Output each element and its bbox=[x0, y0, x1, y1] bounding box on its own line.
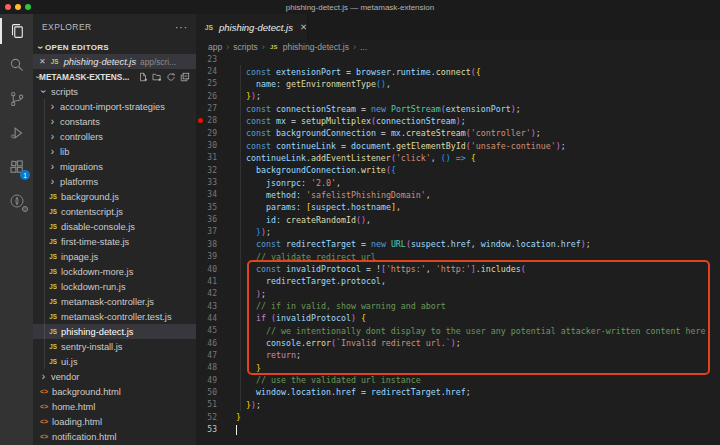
breadcrumb-item[interactable]: ... bbox=[360, 42, 367, 52]
title-bar: phishing-detect.js — metamask-extension bbox=[0, 0, 720, 14]
code-line-35[interactable]: 35 params: [suspect.hostname], bbox=[196, 201, 720, 213]
tree-item-account-import-strategies[interactable]: ›account-import-strategies bbox=[33, 99, 196, 114]
tree-item-home-html[interactable]: <>home.html bbox=[33, 399, 196, 414]
code-line-46[interactable]: 46 console.error(`Invalid redirect url.`… bbox=[196, 337, 720, 349]
search-icon[interactable] bbox=[0, 48, 33, 82]
tree-item-notification-html[interactable]: <>notification.html bbox=[33, 429, 196, 444]
tree-item-lockdown-more-js[interactable]: JSlockdown-more.js bbox=[33, 264, 196, 279]
code-line-42[interactable]: 42 ); bbox=[196, 288, 720, 300]
code-line-49[interactable]: 49 // use the validated url instance bbox=[196, 374, 720, 386]
chevron-right-icon: › bbox=[48, 176, 57, 187]
run-debug-icon[interactable] bbox=[0, 116, 33, 150]
code-line-28[interactable]: 28 const mx = setupMultiplex(connectionS… bbox=[196, 115, 720, 127]
refresh-icon[interactable] bbox=[166, 72, 176, 82]
code-line-44[interactable]: 44 if (invalidProtocol) { bbox=[196, 312, 720, 324]
code-line-37[interactable]: 37 }); bbox=[196, 226, 720, 238]
open-editors-section[interactable]: › OPEN EDITORS bbox=[33, 40, 196, 54]
code-text: const invalidProtocol = !['https:', 'htt… bbox=[217, 264, 526, 274]
tree-item-scripts[interactable]: ›scripts bbox=[33, 84, 196, 99]
line-number: 52 bbox=[204, 413, 217, 422]
code-text bbox=[217, 424, 237, 435]
code-line-26[interactable]: 26 }); bbox=[196, 90, 720, 102]
explorer-icon[interactable] bbox=[0, 14, 33, 48]
tree-item-contentscript-js[interactable]: JScontentscript.js bbox=[33, 204, 196, 219]
code-line-31[interactable]: 31 continueLink.addEventListener('click'… bbox=[196, 152, 720, 164]
code-line-48[interactable]: 48 } bbox=[196, 362, 720, 374]
code-line-30[interactable]: 30 const continueLink = document.getElem… bbox=[196, 139, 720, 151]
breadcrumb-item[interactable]: phishing-detect.js bbox=[283, 42, 349, 52]
code-line-25[interactable]: 25 name: getEnvironmentType(), bbox=[196, 78, 720, 90]
new-file-icon[interactable] bbox=[138, 72, 148, 82]
code-line-24[interactable]: 24 const extensionPort = browser.runtime… bbox=[196, 65, 720, 77]
line-number: 44 bbox=[204, 314, 217, 323]
breadcrumb-item[interactable]: scripts bbox=[233, 42, 258, 52]
code-line-39[interactable]: 39 // validate redirect url bbox=[196, 251, 720, 263]
line-number: 43 bbox=[204, 302, 217, 311]
js-file-icon: JS bbox=[48, 283, 58, 290]
tree-item-metamask-controller-js[interactable]: JSmetamask-controller.js bbox=[33, 294, 196, 309]
code-line-27[interactable]: 27 const connectionStream = new PortStre… bbox=[196, 102, 720, 114]
close-tab-icon[interactable]: ✕ bbox=[300, 22, 307, 32]
tree-item-inpage-js[interactable]: JSinpage.js bbox=[33, 249, 196, 264]
tree-item-label: metamask-controller.test.js bbox=[61, 312, 172, 322]
code-line-52[interactable]: 52} bbox=[196, 411, 720, 423]
breadcrumb-item[interactable]: app bbox=[208, 42, 222, 52]
extensions-badge: 1 bbox=[20, 170, 30, 180]
tree-item-metamask-controller-test-js[interactable]: JSmetamask-controller.test.js bbox=[33, 309, 196, 324]
code-line-50[interactable]: 50 window.location.href = redirectTarget… bbox=[196, 386, 720, 398]
breadcrumb: app›scripts›JSphishing-detect.js›... bbox=[196, 40, 720, 53]
code-line-36[interactable]: 36 id: createRandomId(), bbox=[196, 213, 720, 225]
code-line-51[interactable]: 51 }); bbox=[196, 399, 720, 411]
code-editor[interactable]: 2324 const extensionPort = browser.runti… bbox=[196, 53, 720, 445]
source-control-icon[interactable] bbox=[0, 82, 33, 116]
code-line-41[interactable]: 41 redirectTarget.protocol, bbox=[196, 275, 720, 287]
line-number: 38 bbox=[204, 240, 217, 249]
tree-item-vendor[interactable]: ›vendor bbox=[33, 369, 196, 384]
close-icon[interactable]: ✕ bbox=[39, 57, 46, 66]
workspace-section[interactable]: › METAMASK-EXTENS... bbox=[33, 69, 196, 84]
line-number: 29 bbox=[204, 129, 217, 138]
js-file-icon: JS bbox=[48, 358, 58, 365]
tree-item-disable-console-js[interactable]: JSdisable-console.js bbox=[33, 219, 196, 234]
js-file-icon: JS bbox=[48, 343, 58, 350]
breakpoint-icon[interactable] bbox=[196, 118, 204, 123]
chevron-right-icon: › bbox=[48, 161, 57, 172]
tree-item-background-html[interactable]: <>background.html bbox=[33, 384, 196, 399]
open-editor-item[interactable]: ✕ JS phishing-detect.js app/scri... bbox=[33, 54, 196, 69]
tree-item-phishing-detect-js[interactable]: JSphishing-detect.js bbox=[33, 324, 196, 339]
code-line-38[interactable]: 38 const redirectTarget = new URL(suspec… bbox=[196, 238, 720, 250]
extension-circle-icon[interactable] bbox=[0, 184, 33, 218]
code-line-33[interactable]: 33 jsonrpc: '2.0', bbox=[196, 176, 720, 188]
tree-item-label: notification.html bbox=[52, 432, 117, 442]
line-number: 39 bbox=[204, 252, 217, 261]
html-file-icon: <> bbox=[39, 418, 49, 425]
tree-item-loading-html[interactable]: <>loading.html bbox=[33, 414, 196, 429]
code-line-47[interactable]: 47 return; bbox=[196, 349, 720, 361]
new-folder-icon[interactable] bbox=[152, 72, 162, 82]
tree-item-sentry-install-js[interactable]: JSsentry-install.js bbox=[33, 339, 196, 354]
collapse-all-icon[interactable] bbox=[180, 72, 190, 82]
tree-item-migrations[interactable]: ›migrations bbox=[33, 159, 196, 174]
code-line-34[interactable]: 34 method: 'safelistPhishingDomain', bbox=[196, 189, 720, 201]
code-line-45[interactable]: 45 // we intentionally dont display to t… bbox=[196, 325, 720, 337]
tree-item-controllers[interactable]: ›controllers bbox=[33, 129, 196, 144]
line-number: 26 bbox=[204, 92, 217, 101]
tree-item-lib[interactable]: ›lib bbox=[33, 144, 196, 159]
explorer-more-actions-icon[interactable]: ··· bbox=[175, 22, 188, 33]
code-line-43[interactable]: 43 // if in valid, show warning and abor… bbox=[196, 300, 720, 312]
tree-item-platforms[interactable]: ›platforms bbox=[33, 174, 196, 189]
tree-item-constants[interactable]: ›constants bbox=[33, 114, 196, 129]
tree-item-first-time-state-js[interactable]: JSfirst-time-state.js bbox=[33, 234, 196, 249]
code-line-32[interactable]: 32 backgroundConnection.write({ bbox=[196, 164, 720, 176]
code-line-29[interactable]: 29 const backgroundConnection = mx.creat… bbox=[196, 127, 720, 139]
code-line-40[interactable]: 40 const invalidProtocol = !['https:', '… bbox=[196, 263, 720, 275]
code-line-53[interactable]: 53 bbox=[196, 423, 720, 435]
code-line-23[interactable]: 23 bbox=[196, 53, 720, 65]
tree-item-background-js[interactable]: JSbackground.js bbox=[33, 189, 196, 204]
extensions-icon[interactable]: 1 bbox=[0, 150, 33, 184]
tree-item-lockdown-run-js[interactable]: JSlockdown-run.js bbox=[33, 279, 196, 294]
tree-item-label: lockdown-more.js bbox=[61, 267, 133, 277]
tab-phishing-detect[interactable]: JS phishing-detect.js ✕ bbox=[196, 14, 308, 40]
breadcrumb-separator-icon: › bbox=[353, 42, 356, 52]
tree-item-ui-js[interactable]: JSui.js bbox=[33, 354, 196, 369]
